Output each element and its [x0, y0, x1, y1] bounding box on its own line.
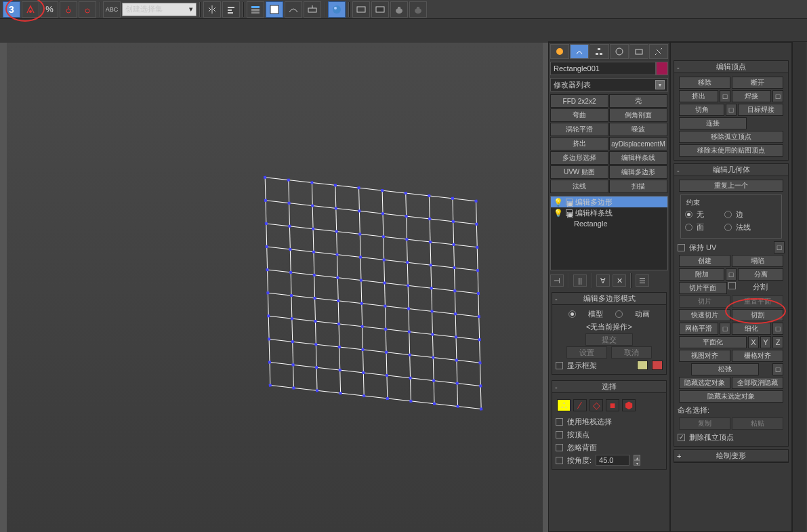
radio-normal[interactable]: [724, 224, 732, 231]
remove-iso-button[interactable]: 移除孤立顶点: [679, 131, 783, 143]
attach-button[interactable]: 附加: [679, 268, 724, 281]
detach-button[interactable]: 分离: [738, 268, 783, 281]
mod-btn-倒角剖面[interactable]: 倒角剖面: [609, 108, 667, 122]
reset-plane-button[interactable]: 重置平面: [732, 295, 783, 308]
quickslice-button[interactable]: 快速切片: [679, 309, 730, 321]
mod-btn-弯曲[interactable]: 弯曲: [550, 108, 608, 122]
planar-button[interactable]: 平面化: [679, 336, 747, 348]
cage-color1[interactable]: [637, 361, 648, 370]
rollout-header[interactable]: +绘制变形: [674, 450, 788, 462]
preserve-uv-settings[interactable]: □: [774, 241, 785, 253]
unhide-all-button[interactable]: 全部取消隐藏: [732, 377, 783, 389]
extrude-button[interactable]: 挤出: [679, 90, 718, 102]
schematic-view-button[interactable]: [304, 1, 321, 18]
teapot-button[interactable]: [390, 1, 408, 18]
del-iso-check[interactable]: [678, 434, 685, 441]
slice-button[interactable]: 切片: [679, 295, 730, 308]
tab-motion[interactable]: [610, 44, 629, 59]
radio-none[interactable]: [685, 211, 692, 218]
mod-btn-FFD 2x2x2[interactable]: FFD 2x2x2: [550, 94, 608, 108]
stack-item-edit-poly[interactable]: 💡▣编辑多边形: [551, 197, 667, 207]
extrude-settings[interactable]: □: [720, 90, 730, 102]
named-sel-btn[interactable]: ABC: [103, 1, 121, 18]
paste-button[interactable]: 粘贴: [732, 417, 783, 430]
radio-edge[interactable]: [724, 211, 732, 218]
graphite-button[interactable]: [266, 1, 283, 18]
tessellate-button[interactable]: 细化: [732, 323, 771, 335]
tab-utilities[interactable]: [649, 44, 668, 59]
panel-scrollbar[interactable]: [792, 42, 806, 532]
remove-button[interactable]: 移除: [679, 77, 730, 89]
viewport[interactable]: [0, 19, 548, 532]
break-button[interactable]: 断开: [732, 77, 783, 89]
pin-button[interactable]: ⊣: [550, 274, 564, 287]
teapot2-button[interactable]: [409, 1, 427, 18]
angle-spinner[interactable]: 45.0: [596, 455, 629, 466]
spin-up[interactable]: ▴: [634, 455, 640, 460]
subobj-vertex[interactable]: ∴: [557, 399, 571, 411]
radio-face[interactable]: [685, 224, 692, 231]
object-color-swatch[interactable]: [656, 62, 668, 75]
stack-item-rectangle[interactable]: Rectangle: [551, 218, 667, 229]
cut-button[interactable]: 切割: [732, 309, 783, 321]
show-end-button[interactable]: ||: [573, 274, 587, 287]
modifier-list-dropdown[interactable]: 修改器列表▾: [550, 78, 668, 91]
weld-settings[interactable]: □: [772, 90, 783, 102]
show-cage-check[interactable]: [556, 362, 563, 369]
attach-settings[interactable]: □: [726, 268, 737, 281]
repeat-button[interactable]: 重复上一个: [679, 180, 783, 192]
stack-item-edit-spline[interactable]: 💡▣编辑样条线: [551, 207, 667, 218]
selection-set-dropdown[interactable]: 创建选择集▾: [122, 3, 196, 16]
subobj-poly[interactable]: ■: [606, 399, 619, 411]
tab-modify[interactable]: [570, 44, 589, 59]
rollout-header[interactable]: -编辑几何体: [674, 164, 788, 176]
snap-angle-button[interactable]: [22, 1, 39, 18]
split-check[interactable]: [728, 282, 736, 289]
object-name-input[interactable]: Rectangle001: [550, 62, 656, 75]
snap-spinner-button[interactable]: [60, 1, 77, 18]
msmooth-settings[interactable]: □: [720, 323, 730, 335]
radio-anim[interactable]: [615, 310, 623, 318]
view-align-button[interactable]: 视图对齐: [679, 350, 730, 362]
subobj-border[interactable]: ◇: [589, 399, 603, 411]
tab-display[interactable]: [629, 44, 648, 59]
spin-down[interactable]: ▾: [634, 460, 640, 466]
commit-button[interactable]: 提交: [585, 333, 633, 346]
material-editor-button[interactable]: [328, 1, 346, 18]
align-button[interactable]: [222, 1, 240, 18]
mod-btn-噪波[interactable]: 噪波: [609, 123, 667, 136]
cage-color2[interactable]: [652, 361, 663, 370]
tessellate-settings[interactable]: □: [772, 323, 783, 335]
mod-btn-ayDisplacementM[interactable]: ayDisplacementM: [609, 137, 667, 150]
preserve-uv-check[interactable]: [678, 244, 685, 251]
mod-btn-多边形选择[interactable]: 多边形选择: [550, 151, 608, 165]
use-stack-check[interactable]: [556, 418, 563, 426]
chamfer-button[interactable]: 切角: [679, 104, 724, 116]
mod-btn-UVW 贴图[interactable]: UVW 贴图: [550, 165, 608, 179]
copy-button[interactable]: 复制: [679, 417, 730, 430]
curve-editor-button[interactable]: [285, 1, 302, 18]
rollout-header[interactable]: -编辑顶点: [674, 61, 788, 73]
mod-btn-编辑样条线[interactable]: 编辑样条线: [609, 151, 667, 165]
render-frame-button[interactable]: [371, 1, 389, 18]
mod-btn-挤出[interactable]: 挤出: [550, 137, 608, 150]
create-button[interactable]: 创建: [679, 255, 730, 267]
tab-hierarchy[interactable]: [589, 44, 608, 59]
snap-3d-button[interactable]: 3: [3, 1, 20, 18]
hide-sel-button[interactable]: 隐藏选定对象: [679, 377, 730, 389]
planar-y[interactable]: Y: [760, 336, 771, 348]
mod-btn-编辑多边形[interactable]: 编辑多边形: [609, 165, 667, 179]
configure-button[interactable]: ☰: [636, 274, 649, 287]
mirror-button[interactable]: [203, 1, 221, 18]
subobj-element[interactable]: ⬢: [622, 399, 636, 411]
cancel-button[interactable]: 取消: [611, 346, 652, 359]
snap-options-button[interactable]: [79, 1, 96, 18]
modifier-stack[interactable]: 💡▣编辑多边形 💡▣编辑样条线 Rectangle: [550, 196, 668, 270]
by-angle-check[interactable]: [556, 457, 563, 464]
grid-align-button[interactable]: 栅格对齐: [732, 350, 783, 362]
rollout-header[interactable]: -选择: [552, 381, 666, 393]
remove-unused-button[interactable]: 移除未使用的贴图顶点: [679, 144, 783, 157]
settings-button[interactable]: 设置: [566, 346, 607, 359]
mod-btn-涡轮平滑[interactable]: 涡轮平滑: [550, 123, 608, 136]
target-weld-button[interactable]: 目标焊接: [738, 104, 783, 116]
